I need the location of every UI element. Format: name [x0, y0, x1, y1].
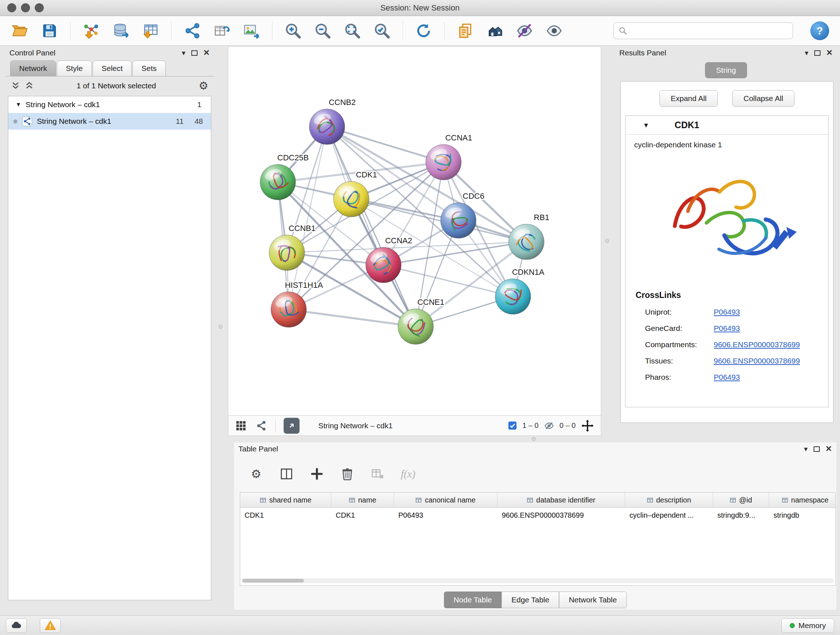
crosslink-link[interactable]: P06493	[714, 308, 740, 317]
network-node[interactable]	[508, 224, 544, 260]
network-edge[interactable]	[289, 310, 416, 326]
zoom-fit-button[interactable]	[342, 20, 363, 41]
column-header-description[interactable]: description	[625, 493, 713, 508]
pan-crosshair-icon[interactable]	[581, 419, 594, 432]
expand-all-networks-icon[interactable]	[25, 81, 34, 90]
memory-button[interactable]: Memory	[782, 618, 834, 633]
zoom-window-button[interactable]	[35, 3, 44, 12]
table-cell[interactable]: P06493	[394, 508, 497, 523]
network-edge[interactable]	[327, 127, 416, 326]
tab-style[interactable]: Style	[57, 60, 92, 76]
table-panel-collapse-icon[interactable]: ▾	[804, 445, 808, 453]
network-node[interactable]	[366, 247, 401, 283]
minimize-window-button[interactable]	[21, 3, 30, 12]
network-graph[interactable]: CCNB2CCNA1CDC25BCDK1CDC6RB1CCNB1CCNA2CDK…	[228, 47, 601, 415]
network-node[interactable]	[398, 309, 433, 344]
cloud-button[interactable]	[6, 618, 27, 633]
left-splitter-handle[interactable]	[218, 325, 223, 329]
show-columns-icon[interactable]	[278, 466, 295, 482]
tab-select[interactable]: Select	[93, 60, 132, 76]
delete-column-icon[interactable]	[339, 466, 355, 482]
results-panel-collapse-icon[interactable]: ▾	[805, 49, 808, 57]
collapse-all-button[interactable]: Collapse All	[732, 90, 794, 107]
collapse-all-networks-icon[interactable]	[11, 81, 20, 90]
tab-string[interactable]: String	[705, 62, 747, 78]
network-canvas[interactable]: CCNB2CCNA1CDC25BCDK1CDC6RB1CCNB1CCNA2CDK…	[228, 46, 601, 416]
gear-icon[interactable]: ⚙	[199, 80, 208, 91]
tab-sets[interactable]: Sets	[133, 60, 166, 76]
network-collection-row[interactable]: ▼ String Network – cdk1 1	[8, 96, 211, 113]
table-cell[interactable]: CDK1	[332, 508, 394, 523]
crosslink-link[interactable]: 9606.ENSP00000378699	[714, 356, 800, 365]
network-edge[interactable]	[327, 127, 444, 162]
network-edge[interactable]	[351, 199, 526, 242]
section-collapse-icon[interactable]: ▼	[643, 122, 649, 128]
import-table-button[interactable]	[140, 20, 161, 41]
network-node[interactable]	[269, 235, 305, 271]
table-tab-network-table[interactable]: Network Table	[559, 592, 627, 608]
crosslink-link[interactable]: 9606.ENSP00000378699	[714, 340, 800, 349]
column-header-canonical-name[interactable]: canonical name	[394, 493, 497, 508]
search-box[interactable]	[614, 22, 793, 39]
column-header--id[interactable]: @id	[713, 493, 769, 508]
network-node[interactable]	[333, 181, 369, 217]
network-node[interactable]	[426, 144, 461, 180]
table-panel-float-icon[interactable]	[813, 447, 820, 452]
table-tab-node-table[interactable]: Node Table	[444, 592, 502, 608]
bottom-splitter-handle[interactable]	[532, 437, 536, 441]
annotation-copy-button[interactable]	[455, 20, 476, 41]
table-cell[interactable]: 9606.ENSP00000378699	[497, 508, 625, 523]
import-network-database-button[interactable]	[111, 20, 131, 41]
open-session-button[interactable]	[9, 20, 30, 41]
search-input[interactable]	[630, 27, 788, 35]
delete-table-icon[interactable]	[369, 466, 386, 482]
refresh-button[interactable]	[413, 20, 434, 41]
export-image-button[interactable]	[241, 20, 262, 41]
help-button[interactable]: ?	[810, 21, 829, 40]
show-all-button[interactable]	[544, 20, 565, 41]
scrollbar-thumb[interactable]	[242, 579, 304, 583]
table-cell[interactable]: CDK1	[240, 508, 332, 523]
tab-network[interactable]: Network	[10, 60, 56, 76]
column-header-namespace[interactable]: namespace	[769, 493, 836, 508]
birds-eye-view-icon[interactable]	[235, 420, 247, 432]
close-window-button[interactable]	[7, 3, 16, 12]
network-share-icon[interactable]	[255, 420, 267, 432]
control-panel-collapse-icon[interactable]: ▾	[182, 49, 186, 57]
table-cell[interactable]: stringdb:9...	[713, 508, 769, 523]
control-panel-float-icon[interactable]	[191, 50, 197, 56]
zoom-selected-button[interactable]	[371, 20, 393, 41]
table-panel-close-icon[interactable]: ✕	[826, 445, 832, 453]
network-from-table-button[interactable]	[211, 20, 232, 41]
network-node[interactable]	[260, 165, 295, 200]
section-header[interactable]: ▼ CDK1	[625, 116, 829, 135]
zoom-out-button[interactable]	[312, 20, 333, 41]
crosslink-link[interactable]: P06493	[714, 373, 740, 382]
crosslink-link[interactable]: P06493	[714, 324, 740, 333]
right-splitter-handle[interactable]	[605, 239, 609, 243]
expander-icon[interactable]: ▼	[16, 102, 21, 108]
network-node[interactable]	[441, 203, 476, 238]
warnings-button[interactable]	[40, 618, 61, 633]
table-data-row[interactable]: CDK1CDK1P064939606.ENSP00000378699cyclin…	[240, 508, 835, 523]
horizontal-scrollbar[interactable]	[242, 578, 834, 583]
new-network-button[interactable]	[182, 20, 202, 41]
import-network-file-button[interactable]	[81, 20, 102, 41]
results-panel-float-icon[interactable]	[814, 50, 821, 56]
network-node[interactable]	[309, 109, 345, 144]
save-session-button[interactable]	[39, 20, 60, 41]
table-tab-edge-table[interactable]: Edge Table	[502, 592, 559, 608]
control-panel-close-icon[interactable]: ✕	[203, 49, 210, 57]
column-header-name[interactable]: name	[332, 493, 394, 508]
zoom-in-button[interactable]	[283, 20, 303, 41]
network-node[interactable]	[495, 279, 531, 314]
function-builder-icon[interactable]: f(x)	[400, 466, 416, 482]
network-row[interactable]: String Network – cdk1 11 48	[8, 113, 211, 130]
table-settings-gear-icon[interactable]: ⚙	[248, 466, 264, 482]
table-cell[interactable]: stringdb	[769, 508, 836, 523]
column-header-database-identifier[interactable]: database identifier	[497, 493, 625, 508]
hide-selected-button[interactable]	[514, 20, 535, 41]
column-header-shared-name[interactable]: shared name	[240, 493, 332, 508]
export-network-button[interactable]	[284, 418, 300, 434]
add-column-icon[interactable]	[309, 466, 325, 482]
